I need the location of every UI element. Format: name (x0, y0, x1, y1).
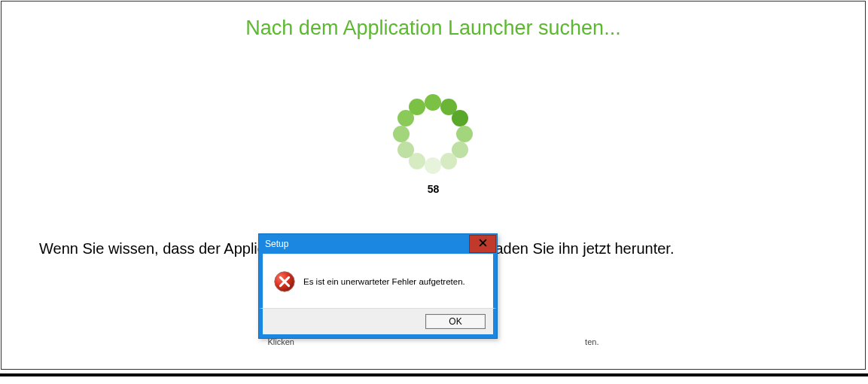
spinner-dot (393, 126, 410, 142)
error-icon (273, 270, 296, 293)
dialog-footer: OK (259, 308, 497, 338)
ok-button[interactable]: OK (425, 314, 486, 329)
spinner-dot (440, 153, 457, 169)
spinner-dot (397, 142, 414, 158)
dialog-titlebar[interactable]: Setup (259, 234, 497, 254)
dialog-title: Setup (265, 239, 288, 249)
bottom-divider (0, 373, 868, 376)
spinner-dot (425, 94, 441, 111)
footer-hint-right: ten. (585, 337, 598, 346)
loading-spinner-icon (390, 93, 477, 175)
close-button[interactable] (469, 235, 496, 253)
spinner-area: 58 (2, 93, 865, 195)
spinner-dot (452, 110, 468, 126)
dialog-message: Es ist ein unerwarteter Fehler aufgetret… (303, 277, 465, 286)
page-title: Nach dem Application Launcher suchen... (2, 17, 865, 40)
spinner-dot (425, 157, 441, 174)
progress-counter: 58 (2, 183, 865, 195)
error-dialog: Setup Es ist ein unerwartet (258, 233, 498, 339)
spinner-dot (456, 126, 473, 142)
dialog-body: Es ist ein unerwarteter Fehler aufgetret… (259, 254, 497, 308)
close-icon (479, 239, 487, 249)
spinner-dot (409, 99, 425, 115)
